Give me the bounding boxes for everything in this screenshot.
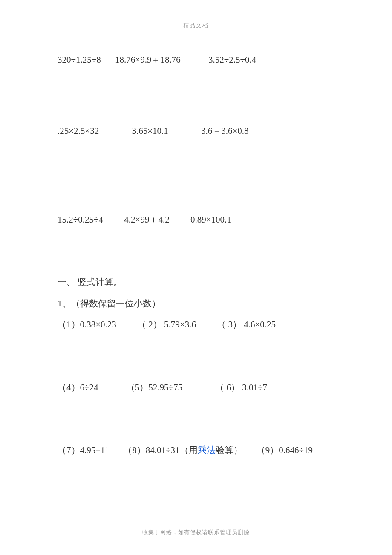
problem: （8）84.01÷31（用乘法验算） [123,444,242,457]
expr: 18.76×9.9＋18.76 [115,53,181,67]
expr: 0.89×100.1 [190,213,231,227]
problem: （ 3） 4.6×0.25 [217,318,276,332]
subsection-label: 1、（得数保留一位小数） [58,297,334,311]
problem-suffix: 验算） [216,444,242,457]
problem-prefix: （8）84.01÷31（用 [123,444,197,457]
expr: 320÷1.25÷8 [58,53,101,67]
problem: （ 6） 3.01÷7 [215,381,267,395]
problem: （9）0.646÷19 [257,444,313,457]
document-page: 精品文档 320÷1.25÷8 18.76×9.9＋18.76 3.52÷2.5… [0,0,392,555]
problem-row-3: （7）4.95÷11 （8）84.01÷31（用乘法验算） （9）0.646÷1… [58,444,334,457]
expr-row-3: 15.2÷0.25÷4 4.2×99＋4.2 0.89×100.1 [58,213,334,227]
expr-row-2: .25×2.5×32 3.65×10.1 3.6－3.6×0.8 [58,124,334,138]
expr: 4.2×99＋4.2 [124,213,169,227]
problem: （7）4.95÷11 [58,444,109,457]
page-header-label: 精品文档 [58,21,334,30]
problem-row-1: （1）0.38×0.23 （ 2） 5.79×3.6 （ 3） 4.6×0.25 [58,318,334,332]
footer-note: 收集于网络，如有侵权请联系管理员删除 [0,528,392,537]
expr: .25×2.5×32 [58,124,99,138]
problem: （4）6÷24 [58,381,98,395]
section-title: 一、 竖式计算。 [58,276,334,289]
expr: 3.6－3.6×0.8 [201,124,249,138]
link-multiplication[interactable]: 乘法 [198,444,216,457]
header-rule [58,32,334,32]
problem: （1）0.38×0.23 [58,318,116,332]
problem: （ 2） 5.79×3.6 [137,318,196,332]
expr-row-1: 320÷1.25÷8 18.76×9.9＋18.76 3.52÷2.5÷0.4 [58,53,334,67]
problem: （5）52.95÷75 [126,381,182,395]
expr: 3.65×10.1 [132,124,168,138]
problem-row-2: （4）6÷24 （5）52.95÷75 （ 6） 3.01÷7 [58,381,334,395]
expr: 3.52÷2.5÷0.4 [208,53,256,67]
expr: 15.2÷0.25÷4 [58,213,103,227]
